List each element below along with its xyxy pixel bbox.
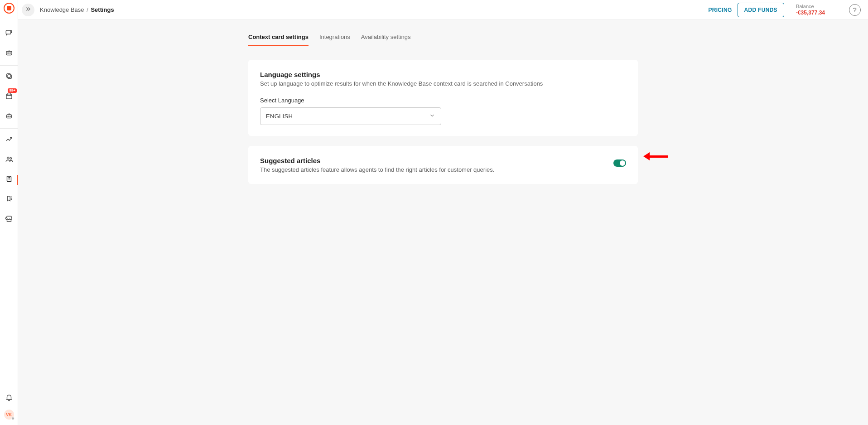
nav-conversations[interactable] xyxy=(0,27,18,41)
settings-tabs: Context card settings Integrations Avail… xyxy=(248,30,638,46)
chevron-down-icon xyxy=(429,112,435,120)
user-avatar[interactable]: VK xyxy=(4,410,14,420)
presence-dot-icon xyxy=(11,417,14,420)
language-settings-card: Language settings Set up language to opt… xyxy=(248,60,638,136)
nav-notifications[interactable] xyxy=(4,391,14,405)
svg-point-1 xyxy=(11,31,12,32)
suggested-articles-toggle[interactable] xyxy=(613,159,626,167)
svg-rect-3 xyxy=(6,51,12,55)
badge-count: 99+ xyxy=(8,88,17,93)
nav-knowledge-base[interactable] xyxy=(0,173,18,187)
language-select[interactable]: ENGLISH xyxy=(260,107,441,125)
analytics-icon xyxy=(5,135,13,145)
language-select-value: ENGLISH xyxy=(266,113,293,120)
robot-icon xyxy=(5,112,13,122)
divider xyxy=(837,4,837,16)
book-icon xyxy=(5,175,13,185)
svg-point-2 xyxy=(11,32,12,33)
chat-icon xyxy=(5,29,13,39)
copy-icon xyxy=(5,72,13,82)
annotation-arrow xyxy=(643,152,668,160)
svg-rect-6 xyxy=(8,75,11,78)
calendar-icon xyxy=(5,92,13,102)
left-rail: 99+ xyxy=(0,0,18,425)
topbar: Knowledge Base / Settings PRICING ADD FU… xyxy=(18,0,868,20)
tab-availability-settings[interactable]: Availability settings xyxy=(361,30,411,46)
help-button[interactable]: ? xyxy=(849,4,861,16)
svg-rect-8 xyxy=(6,94,12,99)
svg-point-5 xyxy=(10,53,10,53)
balance-label: Balance xyxy=(796,4,825,10)
svg-rect-0 xyxy=(6,30,11,34)
nav-templates[interactable] xyxy=(0,193,18,207)
chevron-double-right-icon xyxy=(25,6,31,14)
svg-point-13 xyxy=(10,158,11,159)
nav-calendar[interactable]: 99+ xyxy=(0,90,18,104)
nav-copy[interactable] xyxy=(0,70,18,84)
bot-icon xyxy=(5,49,13,59)
tab-context-card-settings[interactable]: Context card settings xyxy=(248,30,309,46)
arrow-line-icon xyxy=(650,155,668,158)
tab-integrations[interactable]: Integrations xyxy=(319,30,350,46)
svg-rect-7 xyxy=(6,74,10,77)
breadcrumb: Knowledge Base / Settings xyxy=(40,6,114,13)
nav-analytics[interactable] xyxy=(0,133,18,147)
svg-point-10 xyxy=(8,116,9,117)
svg-point-11 xyxy=(10,116,10,117)
suggested-articles-card: Suggested articles The suggested article… xyxy=(248,146,638,184)
nav-bots[interactable] xyxy=(0,47,18,61)
language-card-subtitle: Set up language to optimize results for … xyxy=(260,80,626,87)
add-funds-button[interactable]: ADD FUNDS xyxy=(738,3,784,17)
nav-team[interactable] xyxy=(0,153,18,167)
pricing-link[interactable]: PRICING xyxy=(708,7,732,13)
nav-store[interactable] xyxy=(0,213,18,227)
svg-point-4 xyxy=(7,53,8,53)
breadcrumb-parent[interactable]: Knowledge Base xyxy=(40,6,84,13)
breadcrumb-current: Settings xyxy=(91,6,114,13)
suggested-card-title: Suggested articles xyxy=(260,157,494,164)
bell-icon xyxy=(5,393,13,403)
balance-block: Balance -€35,377.34 xyxy=(796,4,825,16)
content-scroll: Context card settings Integrations Avail… xyxy=(18,20,868,425)
language-field-label: Select Language xyxy=(260,97,626,104)
svg-point-12 xyxy=(7,157,9,159)
team-icon xyxy=(5,155,13,165)
avatar-initials: VK xyxy=(6,412,12,417)
breadcrumb-sep: / xyxy=(87,6,90,13)
expand-sidebar-button[interactable] xyxy=(22,4,34,16)
toggle-knob-icon xyxy=(620,160,625,166)
bookmark-list-icon xyxy=(5,195,13,205)
main-area: Knowledge Base / Settings PRICING ADD FU… xyxy=(18,0,868,425)
balance-value: -€35,377.34 xyxy=(796,10,825,16)
language-card-title: Language settings xyxy=(260,71,626,78)
arrow-left-icon xyxy=(643,152,650,160)
nav-automation[interactable] xyxy=(0,110,18,124)
store-icon xyxy=(5,215,13,225)
suggested-card-subtitle: The suggested articles feature allows ag… xyxy=(260,166,494,173)
help-icon: ? xyxy=(853,6,857,14)
brand-logo[interactable] xyxy=(4,3,14,14)
